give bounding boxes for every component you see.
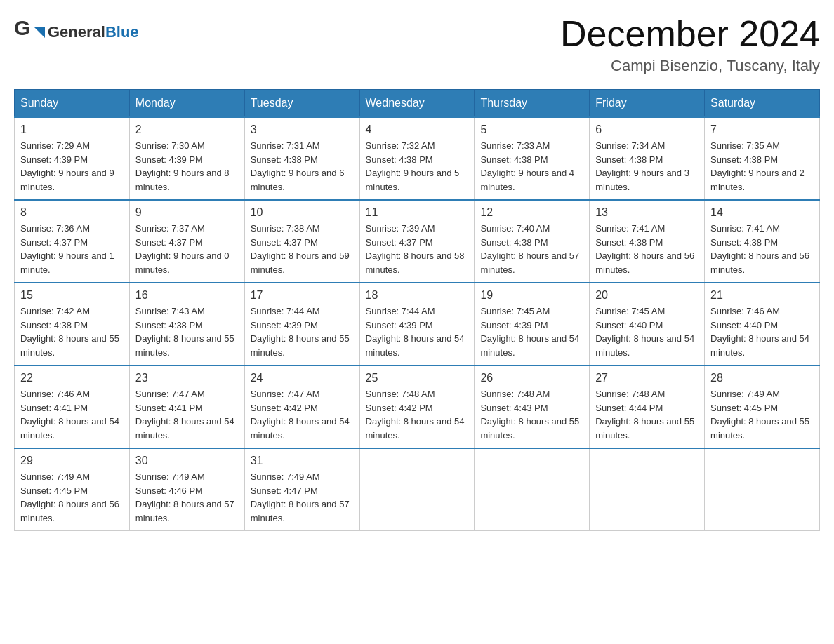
- day-number: 1: [20, 123, 124, 136]
- day-number: 30: [135, 455, 239, 467]
- calendar-header-row: SundayMondayTuesdayWednesdayThursdayFrid…: [15, 90, 820, 118]
- day-cell: 29Sunrise: 7:49 AMSunset: 4:45 PMDayligh…: [15, 448, 130, 531]
- day-info: Sunrise: 7:35 AMSunset: 4:38 PMDaylight:…: [710, 139, 814, 194]
- day-number: 9: [135, 206, 239, 219]
- day-cell: 16Sunrise: 7:43 AMSunset: 4:38 PMDayligh…: [129, 283, 244, 365]
- day-number: 6: [595, 123, 699, 136]
- day-number: 5: [480, 123, 583, 136]
- col-header-tuesday: Tuesday: [244, 90, 359, 118]
- week-row-1: 1Sunrise: 7:29 AMSunset: 4:39 PMDaylight…: [15, 117, 820, 200]
- day-number: 10: [251, 206, 354, 219]
- week-row-5: 29Sunrise: 7:49 AMSunset: 4:45 PMDayligh…: [15, 448, 820, 531]
- calendar-title-area: December 2024 Campi Bisenzio, Tuscany, I…: [560, 14, 820, 75]
- day-number: 27: [595, 372, 699, 384]
- col-header-thursday: Thursday: [475, 90, 590, 118]
- day-info: Sunrise: 7:44 AMSunset: 4:39 PMDaylight:…: [366, 304, 469, 359]
- day-number: 13: [595, 206, 699, 219]
- day-number: 31: [251, 455, 354, 467]
- day-cell: [705, 448, 820, 531]
- day-number: 22: [20, 372, 124, 384]
- day-cell: 28Sunrise: 7:49 AMSunset: 4:45 PMDayligh…: [705, 365, 820, 448]
- main-title: December 2024: [560, 14, 820, 54]
- day-number: 7: [710, 123, 814, 136]
- day-info: Sunrise: 7:41 AMSunset: 4:38 PMDaylight:…: [710, 222, 814, 276]
- day-info: Sunrise: 7:48 AMSunset: 4:44 PMDaylight:…: [595, 387, 699, 442]
- day-number: 21: [710, 289, 814, 302]
- day-number: 2: [135, 123, 239, 136]
- day-cell: 26Sunrise: 7:48 AMSunset: 4:43 PMDayligh…: [475, 365, 590, 448]
- day-cell: 22Sunrise: 7:46 AMSunset: 4:41 PMDayligh…: [15, 365, 130, 448]
- logo: G GeneralBlue: [14, 14, 139, 51]
- col-header-sunday: Sunday: [15, 90, 130, 118]
- day-info: Sunrise: 7:47 AMSunset: 4:41 PMDaylight:…: [135, 387, 239, 442]
- day-info: Sunrise: 7:46 AMSunset: 4:40 PMDaylight:…: [710, 304, 814, 359]
- svg-text:G: G: [14, 16, 30, 39]
- day-number: 8: [20, 206, 124, 219]
- day-info: Sunrise: 7:36 AMSunset: 4:37 PMDaylight:…: [20, 222, 124, 276]
- day-number: 14: [710, 206, 814, 219]
- day-info: Sunrise: 7:33 AMSunset: 4:38 PMDaylight:…: [480, 139, 583, 194]
- day-info: Sunrise: 7:34 AMSunset: 4:38 PMDaylight:…: [595, 139, 699, 194]
- day-info: Sunrise: 7:40 AMSunset: 4:38 PMDaylight:…: [480, 222, 583, 276]
- day-cell: 24Sunrise: 7:47 AMSunset: 4:42 PMDayligh…: [244, 365, 359, 448]
- logo-blue-text: Blue: [105, 23, 139, 41]
- day-number: 26: [480, 372, 583, 384]
- day-cell: 15Sunrise: 7:42 AMSunset: 4:38 PMDayligh…: [15, 283, 130, 365]
- day-cell: 6Sunrise: 7:34 AMSunset: 4:38 PMDaylight…: [590, 117, 705, 200]
- day-number: 16: [135, 289, 239, 302]
- day-cell: 5Sunrise: 7:33 AMSunset: 4:38 PMDaylight…: [475, 117, 590, 200]
- day-cell: 20Sunrise: 7:45 AMSunset: 4:40 PMDayligh…: [590, 283, 705, 365]
- svg-marker-1: [34, 27, 45, 38]
- day-cell: 9Sunrise: 7:37 AMSunset: 4:37 PMDaylight…: [129, 200, 244, 283]
- day-cell: 3Sunrise: 7:31 AMSunset: 4:38 PMDaylight…: [244, 117, 359, 200]
- day-cell: [359, 448, 475, 531]
- day-cell: 13Sunrise: 7:41 AMSunset: 4:38 PMDayligh…: [590, 200, 705, 283]
- day-info: Sunrise: 7:49 AMSunset: 4:45 PMDaylight:…: [710, 387, 814, 442]
- day-info: Sunrise: 7:37 AMSunset: 4:37 PMDaylight:…: [135, 222, 239, 276]
- day-info: Sunrise: 7:39 AMSunset: 4:37 PMDaylight:…: [366, 222, 469, 276]
- day-info: Sunrise: 7:47 AMSunset: 4:42 PMDaylight:…: [251, 387, 354, 442]
- day-info: Sunrise: 7:38 AMSunset: 4:37 PMDaylight:…: [251, 222, 354, 276]
- day-number: 29: [20, 455, 124, 467]
- day-number: 19: [480, 289, 583, 302]
- day-number: 24: [251, 372, 354, 384]
- day-number: 25: [366, 372, 469, 384]
- col-header-friday: Friday: [590, 90, 705, 118]
- day-cell: 21Sunrise: 7:46 AMSunset: 4:40 PMDayligh…: [705, 283, 820, 365]
- day-info: Sunrise: 7:49 AMSunset: 4:45 PMDaylight:…: [20, 470, 124, 525]
- day-number: 12: [480, 206, 583, 219]
- day-number: 3: [251, 123, 354, 136]
- day-cell: 31Sunrise: 7:49 AMSunset: 4:47 PMDayligh…: [244, 448, 359, 531]
- day-info: Sunrise: 7:48 AMSunset: 4:42 PMDaylight:…: [366, 387, 469, 442]
- day-info: Sunrise: 7:45 AMSunset: 4:39 PMDaylight:…: [480, 304, 583, 359]
- logo-icon: G: [14, 14, 48, 51]
- day-info: Sunrise: 7:42 AMSunset: 4:38 PMDaylight:…: [20, 304, 124, 359]
- day-info: Sunrise: 7:43 AMSunset: 4:38 PMDaylight:…: [135, 304, 239, 359]
- day-cell: [475, 448, 590, 531]
- day-info: Sunrise: 7:46 AMSunset: 4:41 PMDaylight:…: [20, 387, 124, 442]
- day-info: Sunrise: 7:48 AMSunset: 4:43 PMDaylight:…: [480, 387, 583, 442]
- week-row-4: 22Sunrise: 7:46 AMSunset: 4:41 PMDayligh…: [15, 365, 820, 448]
- day-info: Sunrise: 7:49 AMSunset: 4:46 PMDaylight:…: [135, 470, 239, 525]
- day-info: Sunrise: 7:45 AMSunset: 4:40 PMDaylight:…: [595, 304, 699, 359]
- day-cell: 2Sunrise: 7:30 AMSunset: 4:39 PMDaylight…: [129, 117, 244, 200]
- day-number: 17: [251, 289, 354, 302]
- col-header-wednesday: Wednesday: [359, 90, 475, 118]
- col-header-saturday: Saturday: [705, 90, 820, 118]
- week-row-2: 8Sunrise: 7:36 AMSunset: 4:37 PMDaylight…: [15, 200, 820, 283]
- page-header: G GeneralBlue December 2024 Campi Bisenz…: [14, 14, 820, 75]
- week-row-3: 15Sunrise: 7:42 AMSunset: 4:38 PMDayligh…: [15, 283, 820, 365]
- day-info: Sunrise: 7:29 AMSunset: 4:39 PMDaylight:…: [20, 139, 124, 194]
- day-cell: 1Sunrise: 7:29 AMSunset: 4:39 PMDaylight…: [15, 117, 130, 200]
- calendar-table: SundayMondayTuesdayWednesdayThursdayFrid…: [14, 89, 820, 531]
- col-header-monday: Monday: [129, 90, 244, 118]
- day-cell: 7Sunrise: 7:35 AMSunset: 4:38 PMDaylight…: [705, 117, 820, 200]
- day-number: 28: [710, 372, 814, 384]
- day-number: 11: [366, 206, 469, 219]
- day-cell: 17Sunrise: 7:44 AMSunset: 4:39 PMDayligh…: [244, 283, 359, 365]
- day-cell: 12Sunrise: 7:40 AMSunset: 4:38 PMDayligh…: [475, 200, 590, 283]
- day-number: 4: [366, 123, 469, 136]
- day-info: Sunrise: 7:32 AMSunset: 4:38 PMDaylight:…: [366, 139, 469, 194]
- day-number: 20: [595, 289, 699, 302]
- day-cell: 8Sunrise: 7:36 AMSunset: 4:37 PMDaylight…: [15, 200, 130, 283]
